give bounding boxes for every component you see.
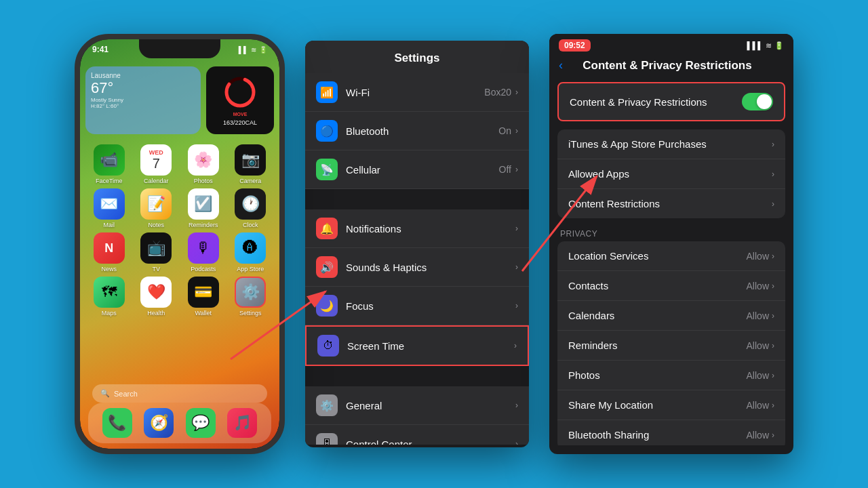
mail-label: Mail bbox=[103, 222, 115, 228]
app-clock[interactable]: 🕐 Clock bbox=[230, 188, 271, 228]
privacy-panel: 09:52 ▌▌▌ ≋ 🔋 ‹ Content & Privacy Restri… bbox=[549, 34, 793, 454]
dock-messages[interactable]: 💬 bbox=[186, 408, 216, 438]
appletv-label: TV bbox=[152, 266, 160, 272]
dock-safari[interactable]: 🧭 bbox=[144, 408, 174, 438]
fitness-widget[interactable]: MOVE 163/220CAL bbox=[206, 66, 274, 134]
app-maps[interactable]: 🗺 Maps bbox=[89, 277, 130, 317]
privacy-row-location[interactable]: Location Services Allow › bbox=[557, 241, 785, 271]
privacy-content: Content & Privacy Restrictions iTunes & … bbox=[549, 79, 793, 445]
app-news[interactable]: N News bbox=[89, 232, 130, 272]
app-mail[interactable]: ✉️ Mail bbox=[89, 188, 130, 228]
photos-chevron: › bbox=[772, 371, 774, 380]
phone-time: 9:41 bbox=[92, 43, 108, 54]
privacy-row-sharemylocation[interactable]: Share My Location Allow › bbox=[557, 390, 785, 420]
app-row-3: N News 📺 TV 🎙 Podcasts 🅐 App Store bbox=[85, 232, 274, 272]
dock-music[interactable]: 🎵 bbox=[227, 408, 257, 438]
sharemylocation-chevron: › bbox=[772, 401, 774, 410]
settings-row-cellular[interactable]: 📡 Cellular Off › bbox=[305, 150, 529, 189]
signal-icon: ▌▌ bbox=[239, 46, 248, 54]
app-camera[interactable]: 📷 Camera bbox=[230, 144, 271, 184]
phone-notch bbox=[139, 39, 220, 58]
app-appstore[interactable]: 🅐 App Store bbox=[230, 232, 271, 272]
app-settings[interactable]: ⚙️ Settings bbox=[230, 277, 271, 317]
health-label: Health bbox=[147, 310, 165, 317]
settings-panel: Settings 📶 Wi-Fi Box20 › 🔵 Bluetooth On … bbox=[305, 41, 529, 447]
photos-icon: 🌸 bbox=[188, 144, 219, 176]
privacy-row-contacts[interactable]: Contacts Allow › bbox=[557, 271, 785, 301]
bt-row-label: Bluetooth bbox=[346, 125, 498, 137]
podcasts-label: Podcasts bbox=[191, 266, 216, 272]
content-restrictions-label: Content Restrictions bbox=[568, 198, 772, 209]
privacy-row-content-restrictions[interactable]: Content Restrictions › bbox=[557, 189, 785, 218]
privacy-row-itunes[interactable]: iTunes & App Store Purchases › bbox=[557, 129, 785, 159]
settings-row-control[interactable]: 🎛 Control Center › bbox=[305, 425, 529, 445]
notif-row-icon: 🔔 bbox=[316, 218, 338, 239]
bt-row-value: On bbox=[498, 125, 511, 136]
appstore-label: App Store bbox=[237, 266, 264, 272]
weather-temp: 67° bbox=[91, 79, 195, 97]
settings-row-wifi[interactable]: 📶 Wi-Fi Box20 › bbox=[305, 73, 529, 112]
privacy-nav-bar: ‹ Content & Privacy Restrictions bbox=[549, 54, 793, 79]
privacy-row-reminders[interactable]: Reminders Allow › bbox=[557, 331, 785, 361]
privacy-row-photos[interactable]: Photos Allow › bbox=[557, 361, 785, 390]
settings-row-screentime[interactable]: ⏱ Screen Time › bbox=[305, 325, 529, 366]
photos-row-value: Allow bbox=[747, 370, 769, 381]
focus-chevron: › bbox=[515, 301, 518, 310]
reminders-icon: ☑️ bbox=[188, 188, 219, 220]
general-row-icon: ⚙️ bbox=[316, 394, 338, 416]
app-podcasts[interactable]: 🎙 Podcasts bbox=[183, 232, 224, 272]
maps-label: Maps bbox=[102, 310, 117, 317]
cell-chevron: › bbox=[515, 165, 518, 174]
privacy-main-rows: iTunes & App Store Purchases › Allowed A… bbox=[557, 129, 785, 218]
app-photos[interactable]: 🌸 Photos bbox=[183, 144, 224, 184]
dock-phone[interactable]: 📞 bbox=[102, 408, 132, 438]
privacy-row-allowed-apps[interactable]: Allowed Apps › bbox=[557, 159, 785, 189]
app-calendar[interactable]: WED 7 Calendar bbox=[136, 144, 176, 184]
health-icon: ❤️ bbox=[140, 277, 172, 308]
allowed-apps-chevron: › bbox=[772, 169, 774, 179]
settings-row-focus[interactable]: 🌙 Focus › bbox=[305, 287, 529, 325]
fitness-label: MOVE bbox=[233, 112, 248, 117]
privacy-row-calendars[interactable]: Calendars Allow › bbox=[557, 301, 785, 331]
wallet-label: Wallet bbox=[195, 310, 212, 317]
settings-title: Settings bbox=[316, 52, 518, 65]
location-chevron: › bbox=[772, 251, 774, 261]
app-wallet[interactable]: 💳 Wallet bbox=[183, 277, 224, 317]
focus-row-icon: 🌙 bbox=[316, 295, 338, 317]
bluetooth-chevron: › bbox=[772, 430, 774, 440]
general-chevron: › bbox=[515, 401, 518, 410]
wifi-row-icon: 📶 bbox=[316, 81, 338, 103]
wifi-row-value: Box20 bbox=[484, 87, 511, 98]
sounds-chevron: › bbox=[515, 262, 518, 272]
settings-row-general[interactable]: ⚙️ General › bbox=[305, 386, 529, 425]
weather-widget[interactable]: Lausanne 67° Mostly Sunny H:82° L:60° bbox=[85, 66, 201, 134]
privacy-back-button[interactable]: ‹ bbox=[559, 58, 563, 73]
wallet-icon: 💳 bbox=[188, 277, 219, 308]
app-notes[interactable]: 📝 Notes bbox=[136, 188, 176, 228]
phone-app-grid: 📹 FaceTime WED 7 Calendar 🌸 Photos 📷 bbox=[85, 144, 274, 321]
battery-icon: 🔋 bbox=[259, 46, 267, 54]
privacy-row-bluetooth[interactable]: Bluetooth Sharing Allow › bbox=[557, 420, 785, 445]
camera-icon: 📷 bbox=[235, 144, 266, 176]
settings-row-sounds[interactable]: 🔊 Sounds & Haptics › bbox=[305, 248, 529, 287]
settings-row-notifications[interactable]: 🔔 Notifications › bbox=[305, 209, 529, 248]
phone-search-bar[interactable]: 🔍 Search bbox=[92, 384, 267, 403]
control-chevron: › bbox=[515, 439, 518, 445]
calendar-label: Calendar bbox=[144, 178, 169, 184]
app-appletv[interactable]: 📺 TV bbox=[136, 232, 176, 272]
settings-row-bluetooth[interactable]: 🔵 Bluetooth On › bbox=[305, 112, 529, 150]
wifi-icon: ≋ bbox=[251, 46, 256, 54]
app-reminders[interactable]: ☑️ Reminders bbox=[183, 188, 224, 228]
reminders-label: Reminders bbox=[189, 222, 218, 228]
privacy-toggle-switch[interactable] bbox=[742, 93, 773, 110]
privacy-toggle-label: Content & Privacy Restrictions bbox=[570, 96, 742, 108]
phone-screen: 9:41 ▌▌ ≋ 🔋 Lausanne 67° Mostly Sunny H:… bbox=[80, 39, 279, 449]
app-health[interactable]: ❤️ Health bbox=[136, 277, 176, 317]
wifi-status-icon: ≋ bbox=[766, 41, 772, 50]
cell-row-label: Cellular bbox=[346, 164, 499, 176]
sharemylocation-row-value: Allow bbox=[747, 400, 769, 411]
maps-icon: 🗺 bbox=[94, 277, 125, 308]
privacy-toggle-row[interactable]: Content & Privacy Restrictions bbox=[557, 82, 785, 121]
app-row-4: 🗺 Maps ❤️ Health 💳 Wallet ⚙️ Settings bbox=[85, 277, 274, 317]
app-facetime[interactable]: 📹 FaceTime bbox=[89, 144, 130, 184]
